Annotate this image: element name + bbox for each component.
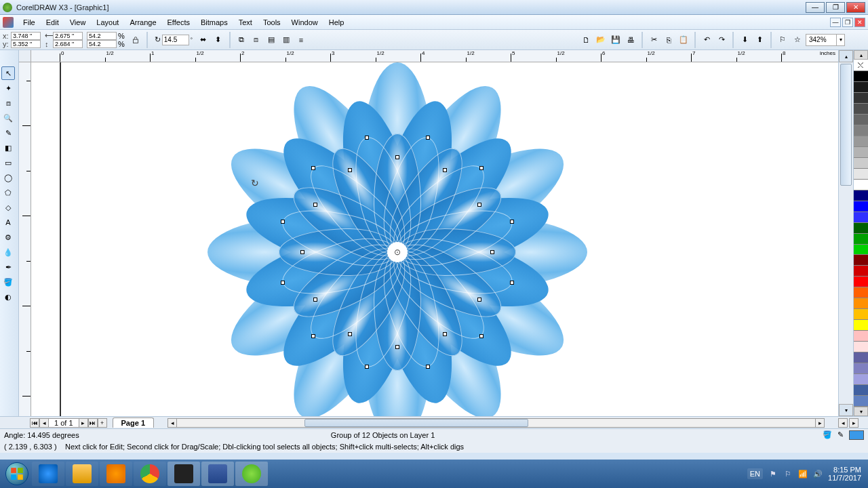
lock-ratio-button[interactable] (129, 33, 142, 47)
swatch-1a1a1a[interactable] (854, 82, 868, 93)
tool-pick[interactable]: ↖ (1, 66, 15, 80)
import-button[interactable]: ⬇ (738, 33, 751, 47)
taskbar-chrome[interactable] (134, 462, 166, 486)
swatch-808080[interactable] (854, 125, 868, 136)
tool-polygon[interactable]: ⬠ (1, 186, 15, 199)
menu-text[interactable]: Text (233, 17, 258, 28)
swatch-8080c0[interactable] (854, 363, 868, 374)
height-input[interactable] (53, 40, 83, 48)
scroll-up-button[interactable]: ▴ (839, 50, 853, 62)
save-button[interactable]: 💾 (609, 33, 623, 47)
swatch-00a000[interactable] (854, 234, 868, 245)
tool-shape[interactable]: ✦ (1, 81, 15, 95)
selection-node[interactable] (365, 136, 369, 140)
swatch-ffc0c0[interactable] (854, 331, 868, 342)
nav-prev-button[interactable]: ◂ (838, 418, 848, 428)
fill-indicator[interactable] (849, 430, 864, 440)
tray-network-icon[interactable]: 📶 (798, 469, 808, 479)
selection-node[interactable] (300, 250, 304, 254)
selection-node[interactable] (477, 203, 481, 207)
horizontal-ruler[interactable]: 01/211/221/231/241/251/261/271/28inches (31, 50, 838, 62)
hscroll-track[interactable] (177, 418, 815, 428)
selection-node[interactable] (281, 220, 285, 224)
first-page-button[interactable]: ⏮ (30, 418, 39, 428)
vertical-scrollbar[interactable]: ▴ ▾ (838, 50, 853, 416)
swatch-4060a0[interactable] (854, 385, 868, 396)
selection-node[interactable] (510, 281, 514, 285)
minimize-button[interactable]: — (806, 2, 825, 13)
last-page-button[interactable]: ⏭ (88, 418, 98, 428)
horizontal-scrollbar[interactable]: ◂ ▸ (167, 418, 825, 428)
selection-node[interactable] (365, 365, 369, 369)
tool-zoom[interactable]: 🔍 (1, 111, 15, 125)
rotation-input[interactable] (162, 35, 189, 45)
next-page-button[interactable]: ▸ (79, 418, 88, 428)
menu-help[interactable]: Help (323, 17, 350, 28)
swatch-e6e6e6[interactable] (854, 169, 868, 180)
mirror-v-button[interactable]: ⬍ (212, 33, 225, 47)
swatch-999999[interactable] (854, 136, 868, 147)
vscroll-thumb[interactable] (840, 64, 852, 186)
export-button[interactable]: ⬆ (753, 33, 766, 47)
selection-node[interactable] (510, 220, 514, 224)
nav-next-button[interactable]: ▸ (849, 418, 859, 428)
menu-layout[interactable]: Layout (91, 17, 124, 28)
menu-tools[interactable]: Tools (258, 17, 286, 28)
cut-button[interactable]: ✂ (647, 33, 660, 47)
selection-node[interactable] (479, 334, 484, 338)
selection-node[interactable] (477, 298, 481, 302)
taskbar-ie[interactable] (32, 462, 64, 486)
rotation-center-icon[interactable] (387, 242, 408, 262)
selection-node[interactable] (313, 203, 317, 207)
mirror-h-button[interactable]: ⬌ (197, 33, 210, 47)
scale-y-input[interactable] (87, 40, 117, 48)
tool-ellipse[interactable]: ◯ (1, 171, 15, 184)
selection-node[interactable] (443, 168, 447, 172)
selection-node[interactable] (281, 281, 285, 285)
menu-bitmaps[interactable]: Bitmaps (195, 17, 233, 28)
ungroup-button[interactable]: ⧉ (235, 33, 248, 47)
copy-button[interactable]: ⎘ (662, 33, 675, 47)
welcome-button[interactable]: ☆ (791, 33, 804, 47)
to-front-button[interactable]: ▤ (264, 33, 278, 47)
selection-node[interactable] (479, 166, 484, 170)
tool-interactive-fill[interactable]: ◐ (1, 290, 15, 304)
x-position-input[interactable] (11, 32, 41, 40)
maximize-button[interactable]: ❐ (826, 2, 845, 13)
tray-clock[interactable]: 8:15 PM 11/7/2017 (828, 466, 861, 482)
menu-file[interactable]: File (18, 17, 41, 28)
mdi-close-button[interactable]: ✕ (854, 18, 865, 27)
tool-freehand[interactable]: ✎ (1, 126, 15, 140)
add-page-button[interactable]: + (98, 418, 107, 428)
close-button[interactable]: ✕ (846, 2, 865, 13)
swatch-000080[interactable] (854, 190, 868, 201)
zoom-dropdown-icon[interactable]: ▾ (836, 35, 844, 45)
swatch-ffffff[interactable] (854, 180, 868, 190)
tool-outline[interactable]: ✒ (1, 260, 15, 274)
swatch-ff6000[interactable] (854, 287, 868, 298)
taskbar-coreldraw[interactable] (235, 462, 268, 486)
taskbar-explorer[interactable] (66, 462, 98, 486)
print-button[interactable]: 🖶 (624, 33, 637, 47)
tool-smartfill[interactable]: ◧ (1, 141, 15, 155)
vertical-ruler[interactable] (19, 62, 31, 416)
palette-scroll-down[interactable]: ▾ (854, 407, 868, 416)
taskbar-app-1[interactable] (167, 462, 200, 486)
swatch-000000[interactable] (854, 71, 868, 82)
open-button[interactable]: 📂 (594, 33, 608, 47)
selection-node[interactable] (313, 298, 317, 302)
tool-eyedropper[interactable]: 💧 (1, 245, 15, 259)
y-position-input[interactable] (11, 40, 41, 48)
zoom-input[interactable] (806, 35, 836, 45)
swatch-ffe0e0[interactable] (854, 342, 868, 352)
swatch-0000ff[interactable] (854, 201, 868, 212)
swatch-00d000[interactable] (854, 245, 868, 256)
swatch-b3b3b3[interactable] (854, 147, 868, 158)
swatch-666666[interactable] (854, 115, 868, 125)
selection-node[interactable] (311, 334, 315, 338)
selection-node[interactable] (443, 332, 447, 336)
selection-node[interactable] (426, 365, 430, 369)
undo-button[interactable]: ↶ (700, 33, 713, 47)
menu-arrange[interactable]: Arrange (124, 17, 161, 28)
palette-scroll-up[interactable]: ▴ (854, 50, 868, 60)
